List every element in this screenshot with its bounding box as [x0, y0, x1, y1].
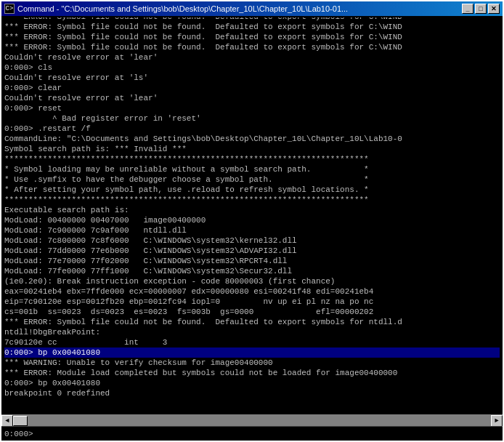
console-area: 0:000> clear*** ERROR: Symbol file could… [1, 16, 503, 414]
console-output[interactable]: 0:000> clear*** ERROR: Symbol file could… [4, 17, 500, 398]
scroll-right-button[interactable]: ► [491, 415, 503, 427]
console-line: ModLoad: 7c900000 7c9af000 ntdll.dll [4, 225, 500, 236]
console-line: Couldn't resolve error at 'lear' [4, 52, 500, 63]
horizontal-scrollbar[interactable]: ◄ ► [1, 414, 503, 426]
scroll-track[interactable] [13, 415, 491, 426]
console-line: Symbol search path is: *** Invalid *** [4, 144, 500, 154]
console-line: Couldn't resolve error at 'ls' [4, 73, 500, 83]
close-button[interactable]: ✕ [488, 4, 500, 14]
input-bar: 0:000> [1, 426, 503, 441]
console-line: * Use .symfix to have the debugger choos… [4, 174, 500, 185]
console-line: eax=00241eb4 ebx=7ffde000 ecx=00000007 e… [4, 286, 500, 297]
main-window: C> Command - "C:\Documents and Settings\… [0, 0, 504, 442]
console-line: ntdll!DbgBreakPoint: [4, 327, 500, 337]
console-line: eip=7c90120e esp=0012fb20 ebp=0012fc94 i… [4, 297, 500, 307]
minimize-button[interactable]: _ [462, 4, 473, 14]
console-line: ****************************************… [4, 154, 500, 164]
console-line: 0:000> cls [4, 63, 500, 73]
console-line: *** ERROR: Symbol file could not be foun… [4, 42, 500, 52]
console-line: 0:000> reset [4, 103, 500, 113]
console-line: ModLoad: 7c800000 7c8f6000 C:\WINDOWS\sy… [4, 236, 500, 246]
console-line: 7c90120e cc int 3 [4, 337, 500, 347]
console-line: *** ERROR: Module load completed but sym… [4, 368, 500, 378]
console-line: *** ERROR: Symbol file could not be foun… [4, 22, 500, 32]
console-line: (1e0.2e0): Break instruction exception -… [4, 276, 500, 286]
window-controls: _ □ ✕ [462, 4, 500, 14]
console-line: ModLoad: 00400000 00407000 image00400000 [4, 215, 500, 225]
title-bar: C> Command - "C:\Documents and Settings\… [1, 1, 503, 16]
console-line: 0:000> bp 0x00401080 [4, 347, 500, 358]
console-line: *** ERROR: Symbol file could not be foun… [4, 317, 500, 327]
console-line: 0:000> clear [4, 83, 500, 93]
maximize-button[interactable]: □ [475, 4, 487, 14]
console-line: 0:000> .restart /f [4, 124, 500, 134]
console-line: CommandLine: "C:\Documents and Settings\… [4, 134, 500, 144]
console-line: *** WARNING: Unable to verify checksum f… [4, 358, 500, 368]
console-line: breakpoint 0 redefined [4, 388, 500, 398]
console-line: ModLoad: 77dd0000 77e6b000 C:\WINDOWS\sy… [4, 246, 500, 256]
console-line: cs=001b ss=0023 ds=0023 es=0023 fs=003b … [4, 307, 500, 317]
console-line: ^ Bad register error in 'reset' [4, 113, 500, 124]
window-title: Command - "C:\Documents and Settings\bob… [17, 4, 462, 13]
console-line: * Symbol loading may be unreliable witho… [4, 164, 500, 174]
window-icon: C> [4, 4, 15, 14]
console-line: 0:000> bp 0x00401080 [4, 378, 500, 388]
console-line: ModLoad: 77fe0000 77ff1000 C:\WINDOWS\sy… [4, 266, 500, 276]
console-line: * After setting your symbol path, use .r… [4, 185, 500, 195]
console-line: *** ERROR: Symbol file could not be foun… [4, 32, 500, 42]
console-line: Couldn't resolve error at 'lear' [4, 93, 500, 103]
console-line: ****************************************… [4, 195, 500, 205]
input-prompt: 0:000> [4, 430, 33, 438]
scroll-thumb[interactable] [13, 416, 28, 426]
console-line: Executable search path is: [4, 205, 500, 215]
console-line: ModLoad: 77e70000 77f02000 C:\WINDOWS\sy… [4, 256, 500, 266]
command-input[interactable] [36, 430, 500, 438]
scroll-left-button[interactable]: ◄ [1, 415, 13, 427]
